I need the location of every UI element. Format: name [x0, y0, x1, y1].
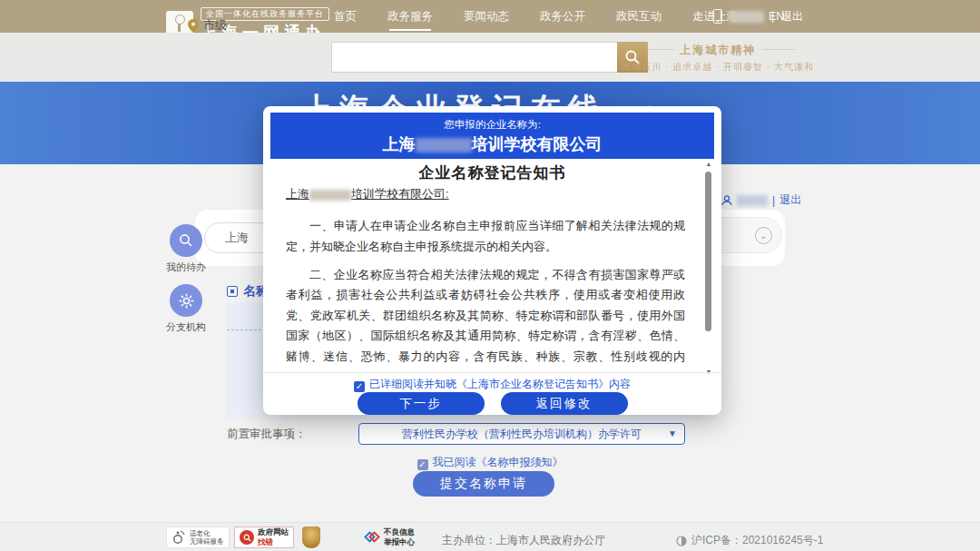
- company-name-redacted: [416, 138, 472, 153]
- nav-interaction[interactable]: 政民互动: [616, 0, 662, 33]
- nav-gov-services[interactable]: 政务服务: [387, 0, 433, 33]
- mobile-icon[interactable]: [713, 9, 722, 24]
- icp-icon: [676, 536, 687, 546]
- read-notice-row: ✓我已阅读《名称申报须知》: [0, 455, 980, 470]
- footer: 适老化 无障碍服务 政府网站 找错 不良信息 举报中心 主办单位: [0, 522, 980, 551]
- logout-link[interactable]: 退出: [781, 9, 803, 25]
- chevron-down-icon[interactable]: ⌄: [755, 227, 772, 244]
- report-badge-line2: 举报中心: [384, 537, 415, 547]
- top-header: 全国一体化在线政务服务平台 上海一网通办 首页 政务服务 要闻动态 政务公开 政…: [0, 0, 980, 33]
- region-label: 市级: [203, 17, 227, 34]
- modal-scrollbar[interactable]: ▲ ▼: [704, 161, 713, 375]
- branch-button[interactable]: [170, 284, 202, 317]
- notice-body[interactable]: 上海培训学校有限公司: 一、申请人在申请企业名称自主申报前应当详细了解相关法律法…: [286, 184, 685, 370]
- declared-name-caption: 您申报的企业名称为:: [270, 118, 714, 132]
- content-logout-link[interactable]: 退出: [779, 192, 801, 208]
- agree-label[interactable]: 已详细阅读并知晓《上海市企业名称登记告知书》内容: [369, 378, 631, 390]
- username-redacted: [730, 11, 764, 23]
- city-spirit-title: 上海城市精神: [622, 43, 814, 58]
- todo-search-icon: [179, 233, 193, 248]
- next-step-button[interactable]: 下一步: [358, 392, 485, 415]
- agree-row: ✓已详细阅读并知晓《上海市企业名称登记告知书》内容: [263, 377, 721, 392]
- addressee-redacted: [309, 190, 351, 201]
- header-divider: |: [771, 10, 774, 23]
- gov-badge-line2: 找错: [258, 537, 289, 547]
- nav-home[interactable]: 首页: [334, 0, 357, 33]
- accessibility-icon: [172, 530, 186, 545]
- gov-site-error-badge[interactable]: 政府网站 找错: [234, 526, 294, 548]
- accessibility-badge[interactable]: 适老化 无障碍服务: [166, 526, 230, 548]
- select-caret-icon: ▼: [668, 424, 677, 444]
- declared-company-name: 上海培训学校有限公司: [270, 133, 714, 155]
- report-badge-line1: 不良信息: [384, 527, 415, 537]
- city-spirit: 上海城市精神 海纳百川 · 追求卓越 · 开明睿智 · 大气谦和: [622, 43, 814, 74]
- report-center-badge[interactable]: 不良信息 举报中心: [361, 526, 419, 548]
- read-notice-label[interactable]: 我已阅读《名称申报须知》: [433, 456, 564, 468]
- submit-name-button[interactable]: 提交名称申请: [413, 471, 554, 497]
- emblem-badge-icon[interactable]: [302, 526, 320, 548]
- my-todo-label: 我的待办: [159, 261, 213, 274]
- location-pin-icon: [188, 19, 199, 33]
- notice-paragraph-2: 二、企业名称应当符合相关法律法规的规定，不得含有损害国家尊严或者利益，损害社会公…: [286, 265, 685, 370]
- notice-paragraph-1: 一、申请人在申请企业名称自主申报前应当详细了解相关法律法规的规定，并知晓企业名称…: [286, 216, 685, 257]
- gov-find-error-icon: [240, 530, 254, 545]
- nav-news[interactable]: 要闻动态: [464, 0, 509, 33]
- gear-icon: [179, 293, 194, 309]
- agree-checkbox[interactable]: ✓: [354, 381, 365, 392]
- user-icon: [721, 195, 732, 206]
- my-todo-button[interactable]: [170, 224, 202, 257]
- scroll-up-icon[interactable]: ▲: [704, 161, 713, 167]
- section-icon: [227, 286, 238, 297]
- scrollbar-thumb[interactable]: [705, 172, 711, 331]
- screen: 全国一体化在线政务服务平台 上海一网通办 首页 政务服务 要闻动态 政务公开 政…: [0, 0, 980, 551]
- accessibility-line1: 适老化: [190, 529, 224, 537]
- accessibility-line2: 无障碍服务: [190, 537, 224, 546]
- modal-header: 您申报的企业名称为: 上海培训学校有限公司: [270, 113, 714, 159]
- content-divider: |: [772, 194, 775, 207]
- pre-approval-label: 前置审批事项：: [227, 427, 307, 442]
- search-input[interactable]: [331, 42, 617, 73]
- addressee-line: 上海培训学校有限公司:: [286, 184, 449, 204]
- notice-title: 企业名称登记告知书: [263, 162, 721, 183]
- gov-badge-line1: 政府网站: [258, 527, 289, 537]
- notice-modal: 您申报的企业名称为: 上海培训学校有限公司 企业名称登记告知书 上海培训学校有限…: [263, 106, 721, 415]
- back-modify-button[interactable]: 返回修改: [501, 392, 628, 415]
- read-notice-checkbox[interactable]: ✓: [417, 459, 428, 470]
- city-spirit-motto: 海纳百川 · 追求卓越 · 开明睿智 · 大气谦和: [622, 61, 814, 74]
- icp-text: 沪ICP备：2021016245号-1: [691, 533, 823, 548]
- icp-record[interactable]: 沪ICP备：2021016245号-1: [676, 533, 823, 548]
- region-selector[interactable]: 市级: [188, 17, 227, 34]
- nav-gov-open[interactable]: 政务公开: [540, 0, 585, 33]
- account-name-redacted: [737, 195, 768, 206]
- modal-divider: [263, 372, 721, 373]
- host-unit: 主办单位：上海市人民政府办公厅: [442, 533, 605, 548]
- branch-label: 分支机构: [159, 320, 213, 334]
- report-diamonds-icon: [366, 530, 380, 545]
- pre-approval-select[interactable]: 营利性民办学校（营利性民办培训机构）办学许可 ▼: [358, 423, 685, 445]
